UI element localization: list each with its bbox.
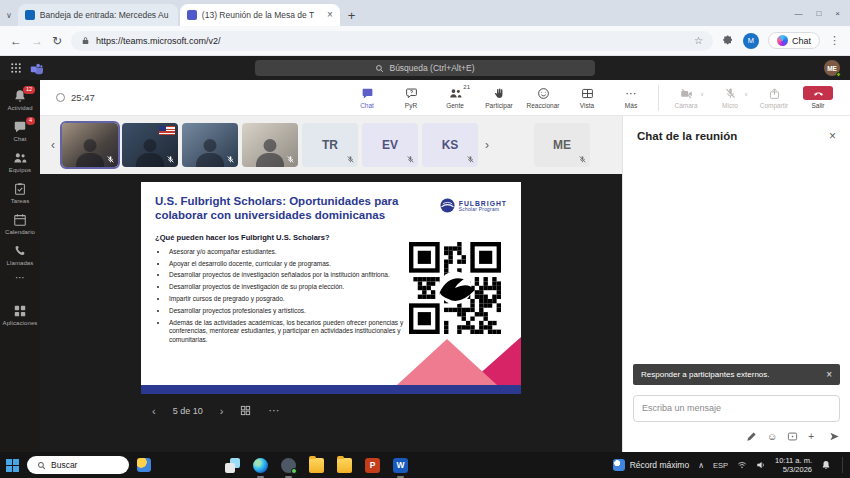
clock-date: 5/3/2026 <box>775 465 812 474</box>
participant-video[interactable] <box>62 123 118 167</box>
new-tab-button[interactable]: + <box>348 9 356 22</box>
wifi-icon[interactable] <box>737 460 747 470</box>
tab-close-icon[interactable]: × <box>327 10 333 20</box>
sidebar-item-llamadas[interactable]: Llamadas <box>0 239 40 270</box>
emoji-icon[interactable]: ☺ <box>767 431 777 442</box>
speaker-icon[interactable] <box>756 460 766 470</box>
camera-button[interactable]: ∨ Cámara <box>664 85 708 111</box>
copilot-chat-button[interactable]: Chat <box>768 32 820 49</box>
participant-initials: EV <box>382 138 398 152</box>
participant-tile[interactable]: KS <box>422 123 478 167</box>
sidebar-label: Chat <box>13 136 26 142</box>
teams-user-avatar[interactable]: ME <box>824 60 840 76</box>
format-pen-icon[interactable] <box>746 431 757 442</box>
extensions-icon[interactable] <box>722 35 734 47</box>
slide-more-icon[interactable]: ⋯ <box>268 404 279 417</box>
browser-profile-avatar[interactable]: M <box>743 33 759 49</box>
language-indicator[interactable]: ESP <box>713 461 728 470</box>
task-view-icon[interactable] <box>225 458 240 473</box>
next-slide-icon[interactable]: › <box>220 405 224 417</box>
sidebar-item-actividad[interactable]: Actividad 12 <box>0 84 40 115</box>
sidebar-label: Llamadas <box>7 260 34 266</box>
hidden-icons-chevron[interactable]: ∧ <box>698 461 704 470</box>
participant-strip: ‹ <box>40 116 622 174</box>
outlook-favicon <box>25 10 35 20</box>
browser-tab-strip: ∨ Bandeja de entrada: Mercedes Au (13) R… <box>0 0 850 26</box>
participant-video[interactable] <box>242 123 298 167</box>
camera-dropdown-icon[interactable]: ∨ <box>700 91 704 97</box>
taskbar-clock[interactable]: 10:11 a. m. 5/3/2026 <box>775 456 812 475</box>
browser-tab-outlook[interactable]: Bandeja de entrada: Mercedes Au <box>18 4 178 26</box>
teams-search-input[interactable]: Búsqueda (Ctrl+Alt+E) <box>255 60 595 76</box>
self-video-tile[interactable]: ME <box>534 123 590 167</box>
sidebar-more-icon[interactable]: ⋯ <box>15 270 25 289</box>
view-grid-icon <box>581 87 594 100</box>
share-button[interactable]: Compartir <box>752 85 796 111</box>
refresh-icon[interactable]: ↻ <box>52 35 62 47</box>
silhouette <box>204 139 217 152</box>
notifications-bell-icon[interactable] <box>821 460 831 470</box>
view-button[interactable]: Vista <box>565 85 609 111</box>
mic-button[interactable]: ∨ Micro <box>708 85 752 111</box>
url-field[interactable]: https://teams.microsoft.com/v2/ ☆ <box>71 31 713 51</box>
browser-more-icon[interactable]: ⋮ <box>829 34 840 47</box>
gif-icon[interactable] <box>787 431 798 442</box>
powerpoint-icon[interactable]: P <box>365 458 380 473</box>
start-button[interactable] <box>6 459 19 472</box>
react-button[interactable]: Reaccionar <box>521 85 565 111</box>
people-button[interactable]: 21 Gente <box>433 85 477 111</box>
folder-icon[interactable] <box>337 458 352 473</box>
strip-scroll-left-icon[interactable]: ‹ <box>48 138 58 152</box>
maximize-icon[interactable]: □ <box>816 9 821 18</box>
weather-widget[interactable]: Récord máximo <box>613 459 690 471</box>
strip-scroll-right-icon[interactable]: › <box>482 138 492 152</box>
sidebar-item-tareas[interactable]: Tareas <box>0 177 40 208</box>
banner-close-icon[interactable]: × <box>826 369 832 380</box>
participant-tile[interactable]: EV <box>362 123 418 167</box>
leave-button[interactable]: Salir <box>796 84 840 111</box>
sidebar-item-aplicaciones[interactable]: Aplicaciones <box>0 299 40 330</box>
browser-tab-teams[interactable]: (13) Reunión de la Mesa de T × <box>180 4 340 26</box>
minimize-icon[interactable]: — <box>794 9 802 18</box>
search-icon <box>375 64 384 73</box>
widgets-weather-icon[interactable] <box>137 458 151 472</box>
meeting-app-icon[interactable] <box>281 458 296 473</box>
chat-panel-close-icon[interactable]: × <box>829 129 836 143</box>
sidebar-item-equipos[interactable]: Equipos <box>0 146 40 177</box>
back-icon[interactable]: ← <box>10 35 22 47</box>
window-close-icon[interactable]: × <box>835 9 840 18</box>
favorite-star-icon[interactable]: ☆ <box>694 35 703 46</box>
toolbar-divider <box>658 85 659 111</box>
slide-bullet: Además de las actividades académicas, lo… <box>168 319 412 344</box>
mic-dropdown-icon[interactable]: ∨ <box>744 91 748 97</box>
slide-page-indicator: 5 de 10 <box>173 406 203 416</box>
word-letter: W <box>396 460 404 470</box>
qa-button[interactable]: PyR <box>389 85 433 111</box>
participant-video[interactable] <box>182 123 238 167</box>
leave-label: Salir <box>811 102 824 109</box>
app-launcher-icon[interactable] <box>10 62 22 74</box>
sidebar-item-chat[interactable]: Chat 4 <box>0 115 40 146</box>
send-icon[interactable] <box>829 431 840 442</box>
participant-video[interactable] <box>122 123 178 167</box>
show-desktop-button[interactable] <box>842 457 844 473</box>
prev-slide-icon[interactable]: ‹ <box>152 405 156 417</box>
attach-plus-icon[interactable]: + <box>808 431 814 442</box>
screen: ∨ Bandeja de entrada: Mercedes Au (13) R… <box>0 0 850 478</box>
banner-text: Responder a participantes externos. <box>641 370 770 379</box>
participant-tile[interactable]: TR <box>302 123 358 167</box>
more-button[interactable]: ⋯ Más <box>609 85 653 111</box>
chat-button[interactable]: Chat <box>345 85 389 111</box>
thumbnails-icon[interactable] <box>240 405 251 416</box>
taskbar-search[interactable]: Buscar <box>27 456 129 474</box>
raise-hand-button[interactable]: Participar <box>477 85 521 111</box>
edge-icon[interactable] <box>253 458 268 473</box>
tab-actions-icon[interactable]: ∨ <box>6 11 12 20</box>
message-input[interactable]: Escriba un mensaje <box>633 395 840 422</box>
search-icon <box>37 461 46 470</box>
word-icon[interactable]: W <box>393 458 408 473</box>
sidebar-item-calendario[interactable]: Calendario <box>0 208 40 239</box>
forward-icon[interactable]: → <box>31 35 43 47</box>
sidebar-label: Tareas <box>11 198 30 204</box>
file-explorer-icon[interactable] <box>309 458 324 473</box>
